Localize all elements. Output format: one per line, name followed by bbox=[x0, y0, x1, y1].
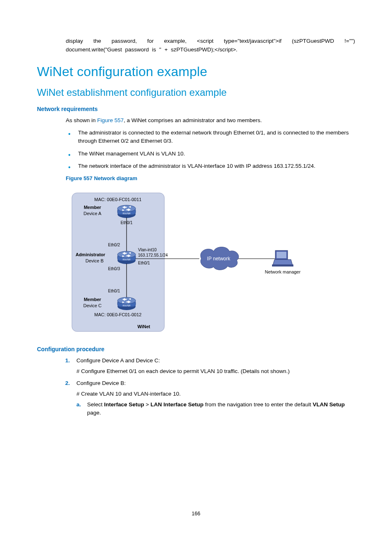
list-item: The administrator is connected to the ex… bbox=[66, 129, 355, 146]
page-number: 166 bbox=[0, 511, 392, 517]
member-a-role: Member bbox=[84, 205, 101, 210]
network-diagram: MAC: 00E0-FC01-0011 ROUTER Member Device… bbox=[66, 185, 355, 338]
svg-rect-19 bbox=[272, 264, 293, 266]
intro-prefix: As shown in bbox=[66, 117, 97, 123]
admin-role: Administrator bbox=[76, 252, 106, 257]
step-number: 1. bbox=[59, 357, 70, 365]
figure-caption: Figure 557 Network diagram bbox=[66, 175, 355, 181]
list-item: The WiNet management VLAN is VLAN 10. bbox=[66, 150, 355, 158]
router-b-icon: ROUTER bbox=[118, 251, 136, 264]
cloud-label: IP network bbox=[207, 256, 231, 262]
procedure-list: 1. Configure Device A and Device C: # Co… bbox=[58, 357, 355, 417]
substep-text: Select Interface Setup > LAN Interface S… bbox=[87, 401, 345, 416]
network-requirements-heading: Network requirements bbox=[37, 106, 355, 112]
cloud-icon: IP network bbox=[201, 247, 239, 270]
sub-heading: WiNet establishment configuration exampl… bbox=[37, 87, 355, 98]
computer-icon bbox=[272, 250, 293, 266]
procedure-step: 1. Configure Device A and Device C: # Co… bbox=[58, 357, 355, 376]
eth03-label: Eth0/3 bbox=[108, 266, 120, 271]
svg-point-3 bbox=[118, 205, 136, 212]
manager-label: Network manager bbox=[265, 269, 301, 274]
intro-suffix: , a WiNet comprises an administrator and… bbox=[124, 117, 262, 123]
member-c-name: Device C bbox=[83, 303, 102, 308]
step-title: Configure Device B: bbox=[76, 380, 126, 386]
admin-name: Device B bbox=[85, 258, 104, 263]
svg-rect-18 bbox=[277, 252, 286, 258]
substep-list: a. Select Interface Setup > LAN Interfac… bbox=[76, 401, 355, 417]
eth02-label: Eth0/2 bbox=[108, 243, 120, 247]
step-detail: # Create VLAN 10 and VLAN-interface 10. bbox=[76, 390, 355, 398]
step-number: 2. bbox=[59, 379, 70, 387]
router-c-icon: ROUTER bbox=[118, 297, 136, 310]
intro-line: As shown in Figure 557, a WiNet comprise… bbox=[66, 116, 355, 125]
vlan-ip-label: 163.172.55.1/24 bbox=[138, 253, 168, 257]
figure-link[interactable]: Figure 557 bbox=[97, 117, 124, 123]
member-c-role: Member bbox=[84, 297, 101, 302]
winet-label: WiNet bbox=[137, 324, 150, 329]
substep-letter: a. bbox=[76, 401, 81, 409]
main-heading: WiNet configuration example bbox=[37, 64, 355, 79]
eth01-b-label: Eth0/1 bbox=[138, 261, 150, 265]
svg-text:ROUTER: ROUTER bbox=[123, 259, 131, 261]
step-detail: # Configure Ethernet 0/1 on each device … bbox=[76, 367, 355, 375]
list-item: The network interface of the administrat… bbox=[66, 162, 355, 170]
eth01-c-label: Eth0/1 bbox=[108, 289, 120, 293]
substep: a. Select Interface Setup > LAN Interfac… bbox=[76, 401, 355, 417]
router-a-icon: ROUTER bbox=[118, 205, 136, 218]
configuration-procedure-heading: Configuration procedure bbox=[37, 346, 355, 352]
step-title: Configure Device A and Device C: bbox=[76, 357, 160, 364]
svg-text:ROUTER: ROUTER bbox=[123, 213, 131, 215]
mac-bottom-label: MAC: 00E0-FC01-0012 bbox=[95, 312, 142, 317]
intro-paragraph: display the password, for example, <scri… bbox=[66, 37, 355, 54]
member-a-name: Device A bbox=[83, 211, 101, 216]
procedure-step: 2. Configure Device B: # Create VLAN 10 … bbox=[58, 379, 355, 417]
svg-point-13 bbox=[118, 297, 136, 304]
svg-text:ROUTER: ROUTER bbox=[123, 305, 131, 307]
mac-top-label: MAC: 00E0-FC01-0011 bbox=[95, 197, 142, 202]
requirements-list: The administrator is connected to the ex… bbox=[66, 129, 355, 170]
vlan-int-label: Vlan-int10 bbox=[138, 248, 157, 252]
svg-point-8 bbox=[118, 251, 136, 258]
